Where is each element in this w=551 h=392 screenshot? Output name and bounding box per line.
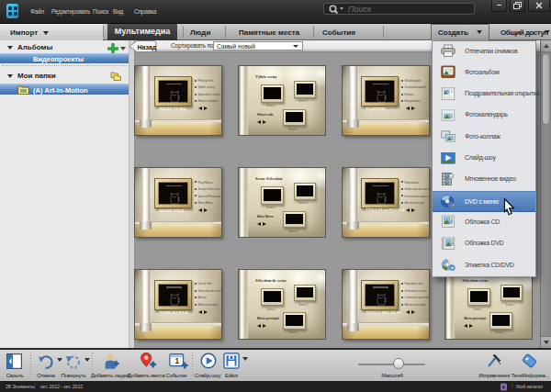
svg-text:1: 1 xyxy=(174,357,179,365)
svg-text:Назад: Назад xyxy=(138,44,157,51)
